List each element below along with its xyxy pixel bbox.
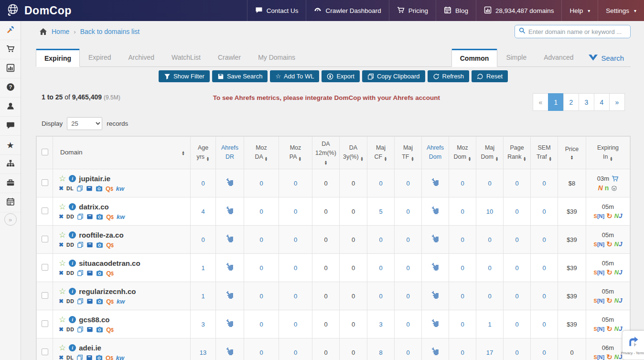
dropcatch-icon[interactable]: ↻ [606,240,612,248]
row-checkbox[interactable] [42,320,48,327]
sort-icon[interactable]: ▲▼ [411,156,414,161]
drop-type-label[interactable]: DD [66,270,74,276]
dropcatch-icon[interactable]: ↻ [606,297,612,304]
breadcrumb-home-link[interactable]: Home [52,28,69,35]
remove-icon[interactable]: ✖ [59,185,64,192]
col-header-age[interactable]: Ageyrs ▲▼ [191,137,216,169]
nav-item-help[interactable]: Help▾ [561,0,598,21]
watchlist-star-icon[interactable]: ☆ [59,316,66,324]
keyword-icon[interactable]: kw [117,298,125,305]
ahrefs-hand-icon[interactable] [431,178,440,187]
ahrefs-hand-icon[interactable] [431,319,440,328]
info-icon[interactable]: i [69,288,76,295]
porkbun-icon[interactable] [611,185,618,191]
info-icon[interactable]: i [69,344,76,351]
watchlist-star-icon[interactable]: ☆ [59,203,66,211]
copy-icon[interactable] [77,270,84,276]
ahrefs-hand-icon[interactable] [225,207,234,215]
remove-icon[interactable]: ✖ [59,270,64,276]
remove-icon[interactable]: ✖ [59,354,64,360]
keyword-icon[interactable]: kw [116,185,124,192]
info-icon[interactable]: i [69,175,76,182]
screenshot-camera-icon[interactable] [96,185,103,192]
reset-button[interactable]: Reset [472,70,508,82]
col-header-moz_dom[interactable]: MozDom ▲▼ [449,137,476,169]
copy-icon[interactable] [77,326,84,333]
ahrefs-hand-icon[interactable] [225,263,234,272]
archive-box-icon[interactable] [86,354,93,360]
nav-item-pricing[interactable]: Pricing [389,0,436,21]
snapnames-icon[interactable]: S[N] [594,298,605,304]
domain-link[interactable]: situacaodetran.co [79,259,140,267]
screenshot-camera-icon[interactable] [96,213,103,220]
copy-icon[interactable] [77,298,84,305]
tab-expired[interactable]: Expired [80,49,119,67]
remove-icon[interactable]: ✖ [59,326,64,333]
sidebar-item-user[interactable] [0,98,21,117]
drop-type-label[interactable]: DL [66,355,74,360]
ahrefs-hand-icon[interactable] [225,291,234,300]
snapnames-icon[interactable]: S[N] [594,270,605,275]
name-com-icon[interactable]: n [605,184,609,192]
snapnames-icon[interactable]: S[N] [594,326,605,332]
row-checkbox[interactable] [42,207,48,214]
search-panel-toggle[interactable]: Search [582,50,631,66]
dropcatch-icon[interactable]: ↻ [606,269,612,276]
q-dollar-icon[interactable]: Q$ [106,185,113,192]
remove-icon[interactable]: ✖ [59,241,64,248]
sidebar-item-sitemap[interactable] [0,155,21,174]
copy-icon[interactable] [76,185,83,192]
drop-type-label[interactable]: DD [66,327,74,332]
screenshot-camera-icon[interactable] [96,270,103,277]
ahrefs-hand-icon[interactable] [225,235,234,243]
domain-link[interactable]: regularizecnh.co [79,287,136,295]
sort-icon[interactable]: ▲▼ [610,156,613,161]
col-header-moz_da[interactable]: MozDA ▲▼ [244,137,279,169]
watchlist-star-icon[interactable]: ☆ [59,231,66,239]
archive-box-icon[interactable] [86,185,93,192]
row-checkbox[interactable] [42,349,48,355]
domain-link[interactable]: rooftile-za.co [79,231,123,239]
sort-icon[interactable]: ▲▼ [384,156,387,161]
sort-icon[interactable]: ▲▼ [495,156,498,161]
tab-simple[interactable]: Simple [497,49,535,67]
tab-watchlist[interactable]: WatchList [163,49,209,67]
archive-box-icon[interactable] [86,213,93,220]
nav-item-blog[interactable]: Blog [436,0,476,21]
col-header-ahrefs_dr[interactable]: AhrefsDR [216,137,244,169]
page-prev[interactable]: « [533,93,548,111]
sidebar-expand-button[interactable]: » [4,213,17,226]
info-icon[interactable]: i [69,231,76,239]
nav-item-crawler-dashboard[interactable]: Crawler Dashboard [306,0,388,21]
breadcrumb-back-link[interactable]: Back to domains list [80,28,140,35]
remove-icon[interactable]: ✖ [59,298,64,305]
snapnames-icon[interactable]: S[N] [594,354,605,360]
col-header-domain[interactable]: Domain▲▼ [53,137,191,169]
nav-item-settings[interactable]: Settings▾ [598,0,644,21]
sidebar-item-wrench[interactable] [0,21,21,40]
info-icon[interactable]: i [69,316,76,323]
col-header-moz_pa[interactable]: MozPA ▲▼ [279,137,312,169]
search-input[interactable] [528,28,626,35]
q-dollar-icon[interactable]: Q$ [106,241,114,249]
ahrefs-hand-icon[interactable] [431,235,440,243]
watchlist-star-icon[interactable]: ☆ [59,344,66,352]
screenshot-camera-icon[interactable] [96,326,103,333]
watchlist-star-icon[interactable]: ☆ [59,287,66,295]
q-dollar-icon[interactable]: Q$ [106,354,113,360]
watchlist-star-icon[interactable]: ☆ [59,259,66,267]
tab-archived[interactable]: Archived [119,49,162,67]
show-filter-button[interactable]: Show Filter [159,70,210,82]
add-to-wl-button[interactable]: ☆Add To WL [270,70,319,82]
sort-icon[interactable]: ▲▼ [324,160,328,165]
page-next[interactable]: » [609,93,625,111]
remove-icon[interactable]: ✖ [59,213,64,220]
ahrefs-hand-icon[interactable] [225,348,234,356]
domain-link[interactable]: adei.ie [79,344,101,352]
nav-item-28-934-487-domains[interactable]: 28,934,487 domains [476,0,561,21]
watchlist-star-icon[interactable]: ☆ [59,175,66,183]
col-header-maj_tf[interactable]: MajTF ▲▼ [395,137,422,169]
col-header-maj_cf[interactable]: MajCF ▲▼ [367,137,395,169]
drop-type-label[interactable]: DD [66,242,74,248]
screenshot-camera-icon[interactable] [96,354,103,360]
